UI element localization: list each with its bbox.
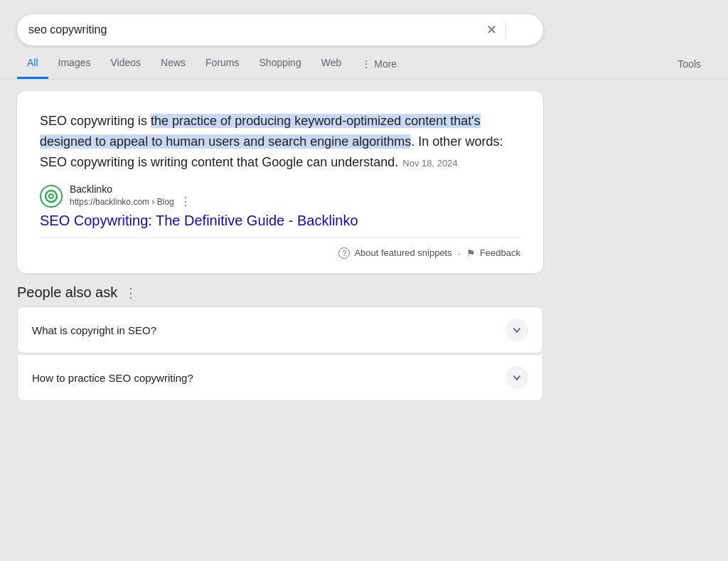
paa-chevron-1 <box>505 319 528 341</box>
nav-tabs: All Images Videos News Forums Shopping W… <box>0 48 728 80</box>
feedback-label: Feedback <box>480 247 520 258</box>
people-also-ask-section: People also ask ⋮ What is copyright in S… <box>17 284 543 401</box>
snippet-text: SEO copywriting is the practice of produ… <box>40 111 520 172</box>
snippet-link[interactable]: SEO Copywriting: The Definitive Guide - … <box>40 213 520 229</box>
feedback-button[interactable]: ⚑ Feedback <box>466 247 520 259</box>
more-menu[interactable]: ⋮ More <box>351 50 407 78</box>
tab-news[interactable]: News <box>151 48 196 79</box>
source-name: Backlinko <box>70 183 191 195</box>
featured-snippet-card: SEO copywriting is the practice of produ… <box>17 91 543 273</box>
about-snippets-label: About featured snippets <box>354 247 451 258</box>
paa-header: People also ask ⋮ <box>17 284 543 301</box>
footer-separator: · <box>458 247 461 259</box>
more-label: More <box>374 58 397 70</box>
tools-tab[interactable]: Tools <box>668 50 711 78</box>
tab-shopping[interactable]: Shopping <box>250 48 311 79</box>
source-menu-icon[interactable]: ⋮ <box>180 195 191 208</box>
tab-web[interactable]: Web <box>311 48 352 79</box>
search-bar: ✕ <box>17 14 543 46</box>
main-content: SEO copywriting is the practice of produ… <box>0 80 728 418</box>
tab-all[interactable]: All <box>17 48 48 79</box>
snippet-text-before: SEO copywriting is <box>40 114 151 128</box>
feedback-icon: ⚑ <box>466 247 476 259</box>
divider <box>505 21 506 38</box>
search-bar-area: ✕ <box>0 0 728 46</box>
paa-item-2[interactable]: How to practice SEO copywriting? <box>17 355 543 401</box>
snippet-footer: ? About featured snippets · ⚑ Feedback <box>40 237 520 259</box>
about-snippets-button[interactable]: ? About featured snippets <box>338 247 451 259</box>
tab-images[interactable]: Images <box>48 48 101 79</box>
tab-forums[interactable]: Forums <box>196 48 249 79</box>
paa-item-1[interactable]: What is copyright in SEO? <box>17 306 543 353</box>
paa-menu-icon[interactable]: ⋮ <box>124 285 137 301</box>
search-input[interactable] <box>28 23 486 36</box>
snippet-source: Backlinko https://backlinko.com › Blog ⋮ <box>40 183 520 208</box>
paa-chevron-2 <box>505 366 528 389</box>
clear-icon[interactable]: ✕ <box>486 22 497 38</box>
question-icon: ? <box>338 247 350 259</box>
search-icons: ✕ <box>486 21 532 38</box>
source-url-row: https://backlinko.com › Blog ⋮ <box>70 195 191 208</box>
source-logo <box>40 185 63 208</box>
paa-title: People also ask <box>17 284 117 301</box>
source-info: Backlinko https://backlinko.com › Blog ⋮ <box>70 183 191 208</box>
more-dots-icon: ⋮ <box>361 58 371 70</box>
paa-question-2: How to practice SEO copywriting? <box>32 372 193 384</box>
svg-point-8 <box>46 191 57 202</box>
source-url-text: https://backlinko.com › Blog <box>70 197 174 207</box>
paa-question-1: What is copyright in SEO? <box>32 324 156 336</box>
tab-videos[interactable]: Videos <box>100 48 151 79</box>
snippet-date: Nov 18, 2024 <box>402 158 457 169</box>
svg-point-9 <box>49 194 53 198</box>
